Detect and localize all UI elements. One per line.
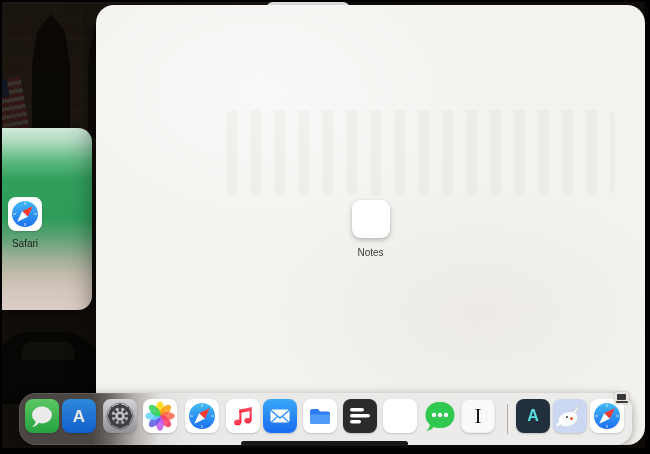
notes-icon: [352, 200, 390, 238]
safari-icon: [8, 197, 42, 231]
laptop-icon: [617, 394, 626, 400]
compass-icon: [185, 399, 219, 433]
serif-i-icon: I: [461, 399, 495, 433]
instapaper-glyph: I: [475, 406, 482, 427]
dock-item-instapaper[interactable]: I: [461, 399, 495, 433]
notes-window-app: Notes: [96, 200, 645, 258]
dock-item-app-store[interactable]: A: [62, 399, 96, 433]
bezel-right: [645, 0, 650, 454]
safari-split-pane[interactable]: Safari: [0, 128, 92, 310]
folder-icon: [303, 399, 337, 433]
gear-icon: [103, 399, 137, 433]
app-store-glyph: A: [73, 408, 85, 425]
dock: A: [19, 393, 632, 445]
compass-icon: [590, 399, 624, 433]
safari-pane-label: Safari: [8, 238, 42, 249]
notes-window[interactable]: Notes: [96, 5, 645, 445]
dock-item-settings[interactable]: [103, 399, 137, 437]
home-indicator[interactable]: [241, 441, 408, 446]
dock-item-safari[interactable]: [185, 399, 219, 437]
handoff-laptop-badge: [614, 392, 629, 404]
letter-a-icon: A: [516, 399, 550, 433]
laptop-base: [616, 401, 628, 403]
text-lines-icon: [343, 399, 377, 433]
envelope-icon: [263, 399, 297, 433]
flower-icon: [143, 399, 177, 433]
dock-item-chat[interactable]: [423, 399, 457, 437]
dock-item-narwhal[interactable]: [553, 399, 587, 437]
dock-item-photos[interactable]: [143, 399, 177, 437]
apollo-glyph: A: [527, 408, 539, 424]
dock-item-messages[interactable]: [25, 399, 59, 437]
letter-a-icon: A: [62, 399, 96, 433]
bezel-left: [0, 0, 2, 454]
ipad-screen: Safari Notes A: [0, 0, 650, 454]
dock-item-files[interactable]: [303, 399, 337, 437]
bezel-bottom: [0, 448, 650, 454]
speech-bubble-icon: [25, 399, 59, 433]
speech-bubble-dots-icon: [423, 399, 457, 433]
bezel-top: [0, 0, 650, 2]
dock-item-mail[interactable]: [263, 399, 297, 437]
dock-item-safari-handoff[interactable]: [590, 399, 624, 437]
dock-item-music[interactable]: [226, 399, 260, 437]
narwhal-icon: [553, 399, 587, 433]
safari-pane-app: Safari: [8, 197, 42, 249]
notepad-icon: [383, 399, 417, 433]
notes-window-label: Notes: [96, 247, 645, 258]
dock-divider: [507, 404, 508, 434]
dock-item-notes[interactable]: [383, 399, 417, 437]
dock-item-reeder[interactable]: [343, 399, 377, 437]
music-note-icon: [226, 399, 260, 433]
dock-item-apollo[interactable]: A: [516, 399, 550, 433]
